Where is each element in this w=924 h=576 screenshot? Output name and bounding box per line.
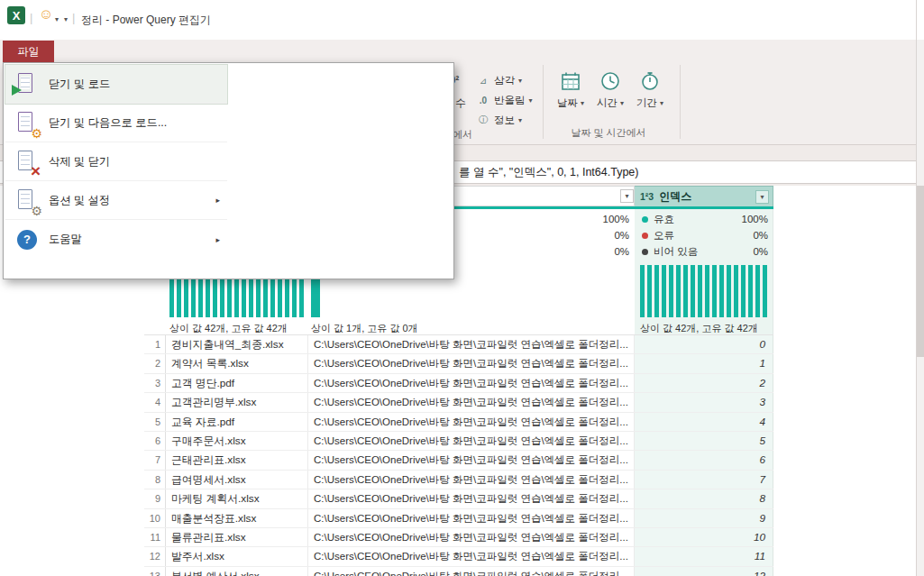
table-row[interactable]: 8급여명세서.xlsxC:\Users\CEO\OneDrive\바탕 화면\코… (144, 471, 773, 489)
cell-file-name[interactable]: 고객 명단.pdf (166, 374, 308, 392)
cell-index[interactable]: 11 (635, 547, 773, 565)
cell-file-name[interactable]: 계약서 목록.xlsx (166, 354, 308, 372)
stat-error-value: 0% (753, 230, 768, 241)
stat-valid-label: 유효 (654, 213, 674, 226)
table-row[interactable]: 9마케팅 계획서.xlsxC:\Users\CEO\OneDrive\바탕 화면… (144, 489, 773, 508)
number-type-icon[interactable]: 1²3 (640, 191, 654, 202)
cell-file-path[interactable]: C:\Users\CEO\OneDrive\바탕 화면\코파일럿 연습\엑셀로 … (308, 567, 635, 576)
cell-file-path[interactable]: C:\Users\CEO\OneDrive\바탕 화면\코파일럿 연습\엑셀로 … (308, 471, 635, 489)
filter-dropdown-icon[interactable]: ▾ (755, 190, 769, 204)
cell-file-path[interactable]: C:\Users\CEO\OneDrive\바탕 화면\코파일럿 연습\엑셀로 … (308, 354, 635, 372)
table-row[interactable]: 6구매주문서.xlsxC:\Users\CEO\OneDrive\바탕 화면\코… (144, 432, 773, 451)
table-row[interactable]: 12발주서.xlsxC:\Users\CEO\OneDrive\바탕 화면\코파… (144, 547, 773, 566)
cell-index[interactable]: 2 (635, 374, 773, 392)
index-column-stats: 유효 100% 오류 0% 비어 있음 0% (635, 210, 773, 260)
cell-file-path[interactable]: C:\Users\CEO\OneDrive\바탕 화면\코파일럿 연습\엑셀로 … (308, 547, 635, 565)
cell-file-path[interactable]: C:\Users\CEO\OneDrive\바탕 화면\코파일럿 연습\엑셀로 … (308, 413, 635, 431)
table-row[interactable]: 7근태관리표.xlsxC:\Users\CEO\OneDrive\바탕 화면\코… (144, 451, 773, 470)
cell-file-name[interactable]: 발주서.xlsx (166, 547, 308, 565)
cell-index[interactable]: 3 (635, 393, 773, 411)
table-row[interactable]: 2계약서 목록.xlsxC:\Users\CEO\OneDrive\바탕 화면\… (144, 354, 773, 373)
cell-file-name[interactable]: 교육 자료.pdf (166, 413, 308, 431)
cell-file-name[interactable]: 급여명세서.xlsx (166, 471, 308, 489)
ribbon-group-separator (680, 65, 681, 139)
filter-dropdown-icon[interactable]: ▾ (620, 189, 634, 203)
clock-icon (599, 70, 621, 92)
stat-error-label: 오류 (654, 229, 674, 242)
menu-item-options-and-settings[interactable]: ⚙ 옵션 및 설정 ▸ (5, 181, 227, 220)
cell-index[interactable]: 6 (635, 451, 773, 469)
menu-item-label: 옵션 및 설정 (49, 193, 110, 208)
cell-index[interactable]: 12 (635, 567, 773, 576)
cell-file-path[interactable]: C:\Users\CEO\OneDrive\바탕 화면\코파일럿 연습\엑셀로 … (308, 451, 635, 469)
cell-index[interactable]: 4 (635, 413, 773, 431)
ribbon-group-label-fragment: 에서 (453, 128, 472, 142)
titlebar-separator: | (30, 11, 32, 24)
cell-file-path[interactable]: C:\Users\CEO\OneDrive\바탕 화면\코파일럿 연습\엑셀로 … (308, 335, 635, 353)
submenu-arrow-icon: ▸ (215, 196, 220, 205)
cell-file-path[interactable]: C:\Users\CEO\OneDrive\바탕 화면\코파일럿 연습\엑셀로 … (308, 528, 635, 546)
cell-index[interactable]: 5 (635, 432, 773, 450)
table-row[interactable]: 5교육 자료.pdfC:\Users\CEO\OneDrive\바탕 화면\코파… (144, 413, 773, 432)
menu-item-label: 삭제 및 닫기 (49, 154, 110, 169)
date-button[interactable]: 날짜 ▾ (552, 69, 590, 126)
index-column-header[interactable]: 1²3 인덱스 ▾ (635, 186, 773, 206)
titlebar-separator: | (72, 11, 75, 24)
cell-file-name[interactable]: 고객관리명부.xlsx (166, 393, 308, 411)
valid-dot-icon (642, 216, 648, 223)
information-button[interactable]: ⓘ 정보 ▾ (476, 112, 522, 128)
cell-file-name[interactable]: 근태관리표.xlsx (166, 451, 308, 469)
grid-rows: 1경비지출내역_최종.xlsxC:\Users\CEO\OneDrive\바탕 … (144, 334, 773, 576)
menu-item-close-and-load[interactable]: 닫기 및 로드 (5, 65, 227, 104)
cell-file-name[interactable]: 부서별 예산서.xlsx (166, 567, 308, 576)
titlebar: X | ☺ ▾ ▾ | 정리 - Power Query 편집기 (0, 0, 916, 40)
rounding-button[interactable]: .0 반올림 ▾ (476, 92, 533, 108)
tab-file[interactable]: 파일 (3, 41, 54, 62)
table-row[interactable]: 1경비지출내역_최종.xlsxC:\Users\CEO\OneDrive\바탕 … (144, 335, 773, 354)
trigonometry-button[interactable]: ⊿ 삼각 ▾ (476, 72, 522, 88)
cell-index[interactable]: 8 (635, 489, 773, 507)
chevron-down-icon: ▾ (518, 116, 522, 124)
vertical-scrollbar-thumb[interactable] (917, 186, 924, 357)
feedback-smiley-icon[interactable]: ☺ (39, 7, 53, 22)
time-button[interactable]: 시간 ▾ (591, 69, 629, 126)
cell-file-name[interactable]: 경비지출내역_최종.xlsx (166, 335, 308, 353)
table-row[interactable]: 11물류관리표.xlsxC:\Users\CEO\OneDrive\바탕 화면\… (144, 528, 773, 547)
menu-item-discard-and-close[interactable]: × 삭제 및 닫기 (5, 142, 227, 181)
cell-file-path[interactable]: C:\Users\CEO\OneDrive\바탕 화면\코파일럿 연습\엑셀로 … (308, 489, 635, 507)
information-label: 정보 (494, 114, 515, 127)
error-dot-icon (642, 233, 648, 239)
qat-customize-caret-icon[interactable]: ▾ (64, 15, 68, 23)
table-row[interactable]: 10매출분석장표.xlsxC:\Users\CEO\OneDrive\바탕 화면… (144, 509, 773, 528)
cell-file-path[interactable]: C:\Users\CEO\OneDrive\바탕 화면\코파일럿 연습\엑셀로 … (308, 374, 635, 392)
menu-item-close-and-load-to[interactable]: ⚙ 닫기 및 다음으로 로드... (5, 104, 227, 142)
discard-and-close-icon: × (14, 149, 40, 174)
duration-button[interactable]: 기간 ▾ (631, 69, 669, 126)
row-number: 1 (144, 335, 166, 353)
row-number: 7 (144, 451, 166, 469)
cell-index[interactable]: 0 (635, 335, 773, 353)
info-icon: ⓘ (476, 114, 490, 126)
cell-file-path[interactable]: C:\Users\CEO\OneDrive\바탕 화면\코파일럿 연습\엑셀로 … (308, 509, 635, 527)
menu-item-help[interactable]: ? 도움말 ▸ (5, 220, 227, 259)
index-column-histogram[interactable] (640, 265, 770, 317)
cell-index[interactable]: 10 (635, 528, 773, 546)
cell-file-name[interactable]: 매출분석장표.xlsx (166, 509, 308, 527)
ribbon-button-fragment[interactable]: 수 (455, 96, 466, 111)
cell-file-path[interactable]: C:\Users\CEO\OneDrive\바탕 화면\코파일럿 연습\엑셀로 … (308, 393, 635, 411)
table-row[interactable]: 3고객 명단.pdfC:\Users\CEO\OneDrive\바탕 화면\코파… (144, 374, 773, 393)
cell-file-name[interactable]: 구매주문서.xlsx (166, 432, 308, 450)
cell-file-path[interactable]: C:\Users\CEO\OneDrive\바탕 화면\코파일럿 연습\엑셀로 … (308, 432, 635, 450)
cell-index[interactable]: 1 (635, 354, 773, 372)
row-number: 10 (144, 509, 166, 527)
smiley-dropdown-caret-icon[interactable]: ▾ (55, 15, 59, 23)
submenu-arrow-icon: ▸ (215, 235, 220, 244)
table-row[interactable]: 4고객관리명부.xlsxC:\Users\CEO\OneDrive\바탕 화면\… (144, 393, 773, 412)
cell-file-name[interactable]: 물류관리표.xlsx (166, 528, 308, 546)
stat-valid-value: 100% (742, 214, 768, 224)
cell-index[interactable]: 9 (635, 509, 773, 527)
menu-item-label: 닫기 및 다음으로 로드... (49, 115, 167, 131)
cell-index[interactable]: 7 (635, 471, 773, 489)
table-row[interactable]: 13부서별 예산서.xlsxC:\Users\CEO\OneDrive\바탕 화… (144, 567, 773, 576)
cell-file-name[interactable]: 마케팅 계획서.xlsx (166, 489, 308, 507)
